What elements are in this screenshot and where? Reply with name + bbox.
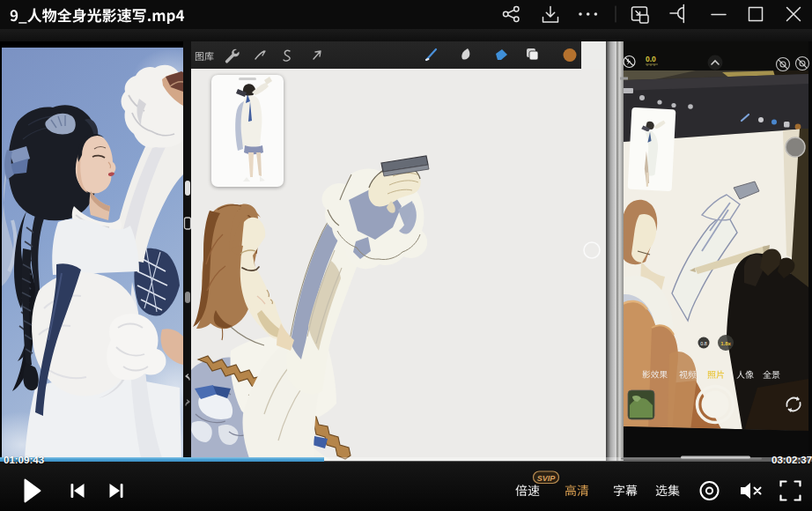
svg-text:0.0: 0.0 xyxy=(646,55,656,63)
svg-text:SVIP: SVIP xyxy=(537,474,557,483)
svg-text:1.8x: 1.8x xyxy=(720,341,731,346)
svg-text:0.8: 0.8 xyxy=(700,341,707,346)
